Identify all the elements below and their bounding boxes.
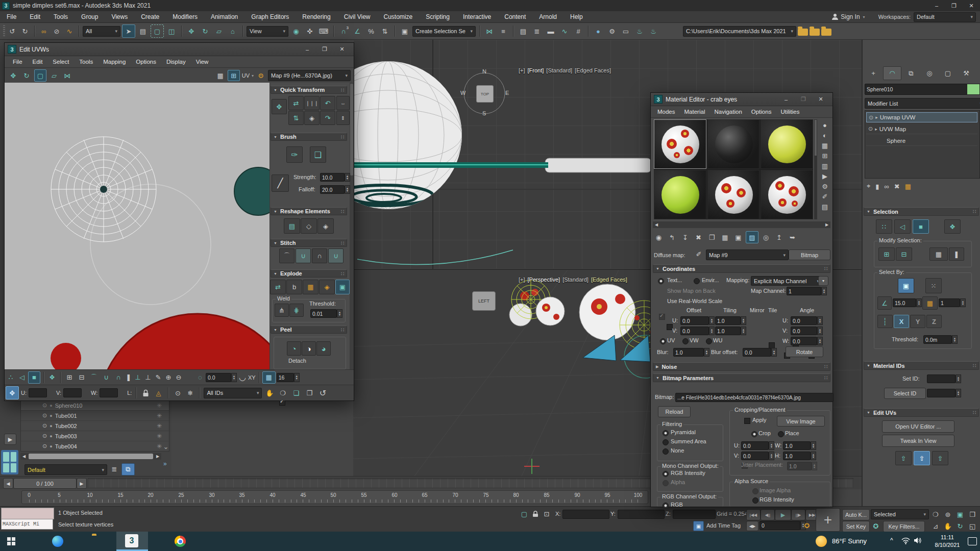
- angle-threshold-spinner[interactable]: 15.0: [893, 298, 922, 307]
- frame-step-button[interactable]: ◀▶: [746, 521, 758, 531]
- slot-scrollbar[interactable]: [814, 119, 817, 219]
- frame-forward-button[interactable]: ▶: [77, 478, 87, 489]
- qt-linear-v-icon[interactable]: ⇕: [336, 111, 350, 125]
- environ-radio[interactable]: [694, 278, 700, 284]
- menu-customize[interactable]: Customize: [377, 13, 420, 20]
- menu-modifiers[interactable]: Modifiers: [166, 13, 204, 20]
- expand-arrow-icon[interactable]: ▸: [875, 127, 877, 132]
- visibility-eye-icon[interactable]: ⊙: [42, 422, 47, 429]
- xy-space-label[interactable]: XY: [248, 374, 256, 381]
- menu-interactive[interactable]: Interactive: [456, 13, 498, 20]
- set-key-mode-icon[interactable]: ✪: [871, 521, 881, 531]
- falloff-curve-icon[interactable]: ╱: [272, 174, 289, 192]
- visibility-eye-icon[interactable]: ⊙: [42, 443, 47, 449]
- show-map-checker-icon[interactable]: ▦: [215, 70, 226, 81]
- tab-hierarchy[interactable]: ⧉: [902, 67, 920, 80]
- z-coordinate-field[interactable]: [673, 510, 716, 519]
- menu-content[interactable]: Content: [498, 13, 532, 20]
- key-mode-icon[interactable]: ✪: [802, 521, 812, 530]
- crop-w-spinner[interactable]: 1.0: [783, 441, 816, 450]
- select-by-material-icon[interactable]: ✐: [820, 192, 830, 202]
- current-frame-spinner[interactable]: 0: [760, 521, 806, 530]
- uvw-map-dropdown[interactable]: Map #9 (He...6370A.jpg): [268, 70, 351, 81]
- weld-threshold-spinner[interactable]: 0.01: [310, 309, 342, 318]
- soft-selection-spinner[interactable]: 0.0: [206, 373, 237, 382]
- qt-rotate-cw-icon[interactable]: ↷: [320, 111, 335, 125]
- uvw-menu-mapping[interactable]: Mapping: [98, 59, 131, 65]
- uvw-menu-edit[interactable]: Edit: [28, 59, 48, 65]
- stack-item-uvw-map[interactable]: ⊙ ▸ UVW Map: [866, 124, 977, 134]
- list-item[interactable]: ⊙● Tube004 ✳: [21, 441, 169, 451]
- chrome-taskbar-icon[interactable]: [175, 536, 186, 547]
- make-unique-icon[interactable]: ❐: [706, 232, 718, 243]
- sample-type-icon[interactable]: ●: [820, 120, 830, 130]
- list-item[interactable]: ⊙● Tube002 ✳: [21, 421, 169, 431]
- paint-select-size-icon[interactable]: ▦: [262, 371, 276, 384]
- viewcube-face[interactable]: TOP: [476, 85, 494, 103]
- edge-mode-icon[interactable]: ◁: [894, 219, 911, 234]
- time-tag-icon[interactable]: ▣: [693, 521, 704, 531]
- select-and-rotate-icon[interactable]: ↻: [199, 25, 211, 37]
- edge-taskbar-icon[interactable]: [52, 536, 63, 547]
- tiling-u-spinner[interactable]: 1.0: [715, 316, 746, 325]
- rgb-radio[interactable]: [663, 503, 669, 509]
- apply-checkbox[interactable]: [744, 418, 750, 424]
- maxscript-mini-listener[interactable]: MAXScript Mi: [1, 519, 53, 530]
- flatten-by-group-icon[interactable]: ▦: [303, 280, 318, 294]
- me-menu-modes[interactable]: Modes: [653, 109, 680, 115]
- planar-id-spinner[interactable]: 1: [939, 298, 966, 307]
- map-slot-dropdown[interactable]: Map #9: [706, 249, 789, 260]
- view-image-button[interactable]: View Image: [777, 416, 825, 427]
- angle-snap-icon[interactable]: ∠: [351, 25, 363, 37]
- absolute-mode-icon[interactable]: ⊡: [542, 510, 551, 518]
- set-id-spinner[interactable]: [927, 374, 961, 383]
- start-button[interactable]: [7, 537, 15, 545]
- lock-selection-icon[interactable]: [140, 387, 151, 399]
- sample-uv-tiling-icon[interactable]: ⊞: [820, 151, 830, 161]
- maximize-viewport-icon[interactable]: ◱: [967, 521, 978, 531]
- rollout-explode[interactable]: Explode: [271, 269, 347, 278]
- tray-chevron-icon[interactable]: ^: [890, 537, 893, 544]
- falloff-spinner[interactable]: 20.0: [320, 185, 350, 194]
- me-horizontal-scrollbar[interactable]: ◀ ▶: [653, 221, 830, 228]
- layers-icon[interactable]: ≣: [109, 464, 119, 474]
- relax-icon[interactable]: ◈: [317, 218, 334, 234]
- persp-viewport-label[interactable]: [+] [Perspective] [Standard] [Edged Face…: [519, 277, 627, 283]
- material-id-filter-dropdown[interactable]: All IDs: [204, 388, 262, 398]
- scroll-thumb[interactable]: [29, 454, 153, 459]
- compass-west[interactable]: W: [460, 90, 465, 96]
- make-preview-icon[interactable]: ▶: [820, 171, 830, 181]
- select-and-place-icon[interactable]: ⌂: [227, 25, 239, 37]
- put-to-scene-icon[interactable]: ↰: [666, 232, 678, 243]
- viewport-menu-plus[interactable]: [+]: [519, 67, 525, 73]
- pan-icon[interactable]: ✋: [942, 521, 953, 531]
- menu-scripting[interactable]: Scripting: [419, 13, 456, 20]
- make-unique-icon[interactable]: ∞: [884, 183, 889, 190]
- rectangular-selection-region-icon[interactable]: ▢: [151, 24, 164, 38]
- paint-select-add-icon[interactable]: ⊕: [164, 372, 173, 383]
- workspace-dropdown[interactable]: Default: [914, 12, 976, 22]
- peel-mode-icon[interactable]: ◔: [287, 341, 301, 356]
- offset-u-spinner[interactable]: 0.0: [680, 316, 715, 325]
- isolate-selection-icon[interactable]: ▢: [520, 510, 529, 518]
- uv-polygon-mode-icon[interactable]: ■: [28, 371, 40, 384]
- select-subtree-icon[interactable]: ⁙: [925, 278, 942, 293]
- stitch-custom-icon[interactable]: ⌒: [279, 248, 295, 263]
- percent-snap-icon[interactable]: %: [365, 25, 377, 37]
- viewport-view-name[interactable]: [Front]: [528, 67, 544, 73]
- rollout-material-ids[interactable]: Material IDs: [864, 361, 979, 370]
- mirror-icon[interactable]: ⋈: [483, 25, 496, 37]
- frozen-dot-icon[interactable]: ●: [50, 403, 52, 408]
- select-loop-icon[interactable]: ⌒: [88, 372, 100, 383]
- time-slider-handle[interactable]: 0 / 100: [13, 478, 77, 489]
- wifi-icon[interactable]: [901, 537, 910, 544]
- uvw-menu-options[interactable]: Options: [131, 59, 161, 65]
- configure-modifier-sets-icon[interactable]: ▦: [905, 183, 911, 190]
- preview-filter-icon[interactable]: ◬: [153, 387, 164, 399]
- align-y-button[interactable]: Y: [910, 315, 925, 328]
- volume-icon[interactable]: [914, 537, 922, 544]
- explorer-more-chevrons[interactable]: »: [163, 460, 167, 467]
- uv-grow-selection-icon[interactable]: ⊞: [64, 372, 75, 383]
- select-and-manipulate-icon[interactable]: ✜: [304, 25, 316, 37]
- sign-in-button[interactable]: Sign In ▾: [832, 13, 865, 20]
